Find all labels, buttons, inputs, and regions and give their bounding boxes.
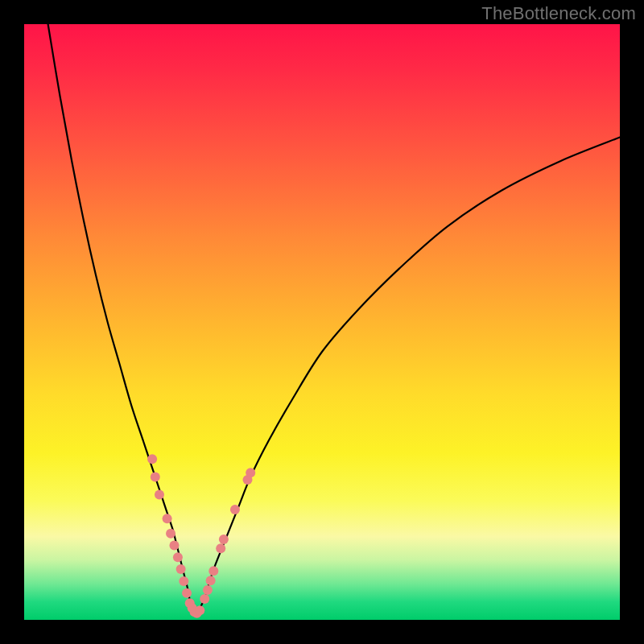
data-marker bbox=[169, 541, 179, 551]
data-marker bbox=[182, 588, 192, 598]
marker-layer bbox=[147, 454, 255, 618]
data-marker bbox=[246, 468, 255, 477]
data-marker bbox=[166, 529, 175, 539]
data-marker bbox=[216, 543, 225, 553]
data-marker bbox=[206, 576, 216, 585]
data-marker bbox=[203, 585, 213, 595]
chart-svg bbox=[24, 24, 620, 620]
data-marker bbox=[200, 594, 209, 604]
data-marker bbox=[208, 566, 218, 576]
curve-right-branch bbox=[197, 138, 620, 614]
watermark-text: TheBottleneck.com bbox=[481, 3, 636, 24]
data-marker bbox=[176, 564, 186, 574]
plot-area bbox=[24, 24, 620, 620]
data-marker bbox=[147, 454, 157, 464]
data-marker bbox=[173, 552, 183, 562]
data-marker bbox=[155, 490, 164, 500]
data-marker bbox=[195, 605, 204, 615]
data-marker bbox=[151, 472, 160, 481]
data-marker bbox=[230, 505, 240, 514]
curve-layer bbox=[48, 24, 620, 614]
data-marker bbox=[219, 535, 229, 544]
chart-frame: TheBottleneck.com bbox=[0, 0, 644, 644]
data-marker bbox=[163, 514, 172, 523]
data-marker bbox=[179, 576, 188, 586]
